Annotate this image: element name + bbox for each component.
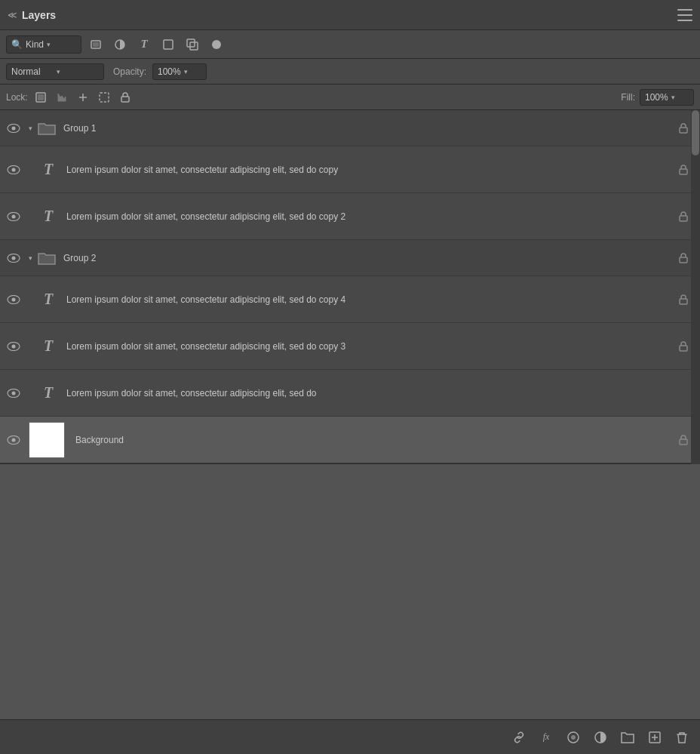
layer-name: Background xyxy=(69,435,676,445)
layer-lock-icon xyxy=(676,339,691,354)
link-layers-button[interactable] xyxy=(508,727,530,748)
scrollbar-thumb[interactable] xyxy=(692,110,699,155)
group-expand-button[interactable]: ▾ xyxy=(24,252,36,264)
svg-rect-18 xyxy=(680,169,687,174)
layer-row[interactable]: Background xyxy=(0,417,691,463)
group-folder-icon xyxy=(36,248,57,269)
svg-point-14 xyxy=(12,126,16,130)
text-layer-icon: T xyxy=(36,288,60,312)
blend-opacity-row: Normal ▾ Opacity: 100% ▾ xyxy=(0,59,700,85)
layer-visibility-button[interactable] xyxy=(3,206,24,227)
lock-all-button[interactable] xyxy=(117,89,134,106)
text-layer-icon: T xyxy=(36,158,60,182)
filter-pixel-button[interactable] xyxy=(86,35,106,54)
adjustment-layer-button[interactable] xyxy=(590,727,611,748)
layer-lock-icon xyxy=(676,292,691,307)
layer-row[interactable]: ▾Group 1 xyxy=(0,110,691,146)
layers-scrollbar[interactable] xyxy=(691,110,700,464)
layer-name: Lorem ipsum dolor sit amet, consectetur … xyxy=(60,165,676,175)
svg-rect-27 xyxy=(680,299,687,304)
layer-visibility-button[interactable] xyxy=(3,336,24,357)
layer-lock-icon xyxy=(676,432,691,448)
svg-rect-4 xyxy=(187,39,195,47)
svg-point-23 xyxy=(12,256,16,260)
layer-visibility-button[interactable] xyxy=(3,383,24,404)
blend-mode-chevron: ▾ xyxy=(57,68,99,75)
svg-point-26 xyxy=(12,297,16,301)
layer-row[interactable]: ▾Group 2 xyxy=(0,240,691,276)
svg-rect-12 xyxy=(121,97,129,102)
add-mask-button[interactable] xyxy=(563,727,584,748)
layer-name: Lorem ipsum dolor sit amet, consectetur … xyxy=(60,388,676,399)
new-layer-button[interactable] xyxy=(644,727,665,748)
filter-smart-button[interactable] xyxy=(183,35,202,54)
svg-point-34 xyxy=(12,438,16,442)
filter-kind-select[interactable]: 🔍 Kind ▾ xyxy=(6,35,81,54)
layer-thumbnail xyxy=(29,422,65,458)
layer-lock-icon xyxy=(676,162,691,177)
lock-position-button[interactable] xyxy=(75,89,91,106)
text-layer-icon: T xyxy=(36,205,60,229)
svg-rect-35 xyxy=(680,439,687,445)
collapse-arrows-icon[interactable]: ≪ xyxy=(8,10,17,20)
layer-lock-icon xyxy=(676,209,691,224)
svg-rect-5 xyxy=(190,42,198,50)
layer-visibility-button[interactable] xyxy=(3,289,24,310)
layer-row[interactable]: TLorem ipsum dolor sit amet, consectetur… xyxy=(0,146,691,193)
layer-row[interactable]: TLorem ipsum dolor sit amet, consectetur… xyxy=(0,370,691,417)
blend-mode-select[interactable]: Normal ▾ xyxy=(6,63,104,80)
filter-toolbar: 🔍 Kind ▾ T xyxy=(0,30,700,59)
layer-visibility-button[interactable] xyxy=(3,248,24,269)
layer-row[interactable]: TLorem ipsum dolor sit amet, consectetur… xyxy=(0,323,691,370)
svg-rect-1 xyxy=(93,42,99,47)
opacity-label: Opacity: xyxy=(113,66,146,77)
filter-kind-label: Kind xyxy=(26,39,44,50)
fx-button[interactable]: fx xyxy=(536,727,557,748)
delete-layer-button[interactable] xyxy=(671,727,692,748)
fill-input[interactable]: 100% ▾ xyxy=(640,89,694,106)
filter-kind-chevron: ▾ xyxy=(47,41,51,48)
layer-visibility-button[interactable] xyxy=(3,159,24,180)
filter-adjustment-button[interactable] xyxy=(110,35,130,54)
lock-fill-row: Lock: Fill: 100% ▾ xyxy=(0,85,700,110)
layers-container: ▾Group 1TLorem ipsum dolor sit amet, con… xyxy=(0,110,700,464)
new-group-button[interactable] xyxy=(617,727,638,748)
opacity-value: 100% xyxy=(158,66,181,77)
layer-name: Lorem ipsum dolor sit amet, consectetur … xyxy=(60,211,676,222)
lock-label: Lock: xyxy=(6,92,28,103)
svg-rect-30 xyxy=(680,346,687,351)
svg-rect-8 xyxy=(38,94,44,100)
svg-rect-11 xyxy=(100,93,109,102)
layer-lock-icon xyxy=(676,251,691,266)
panel-menu-button[interactable] xyxy=(677,9,692,21)
layer-visibility-button[interactable] xyxy=(3,118,24,139)
fill-value: 100% xyxy=(645,92,668,103)
layer-name: Lorem ipsum dolor sit amet, consectetur … xyxy=(60,294,676,305)
layer-row[interactable]: TLorem ipsum dolor sit amet, consectetur… xyxy=(0,276,691,323)
lock-transparent-button[interactable] xyxy=(32,89,49,106)
layer-name: Group 1 xyxy=(57,123,676,134)
svg-point-32 xyxy=(12,391,16,395)
svg-point-29 xyxy=(12,344,16,348)
lock-image-button[interactable] xyxy=(54,89,70,106)
lock-artboard-button[interactable] xyxy=(96,89,112,106)
filter-circle-button[interactable] xyxy=(207,35,226,54)
layer-lock-icon xyxy=(676,121,691,136)
panel-title: Layers xyxy=(22,9,56,21)
layers-scroll-area: ▾Group 1TLorem ipsum dolor sit amet, con… xyxy=(0,110,691,464)
filter-shape-button[interactable] xyxy=(158,35,178,54)
blend-mode-value: Normal xyxy=(11,66,54,77)
layer-name: Group 2 xyxy=(57,253,676,263)
text-layer-icon: T xyxy=(36,381,60,405)
opacity-input[interactable]: 100% ▾ xyxy=(152,63,207,80)
layer-lock-icon xyxy=(676,386,691,401)
text-layer-icon: T xyxy=(36,334,60,359)
layer-visibility-button[interactable] xyxy=(3,429,24,451)
layer-row[interactable]: TLorem ipsum dolor sit amet, consectetur… xyxy=(0,193,691,240)
group-expand-button[interactable]: ▾ xyxy=(24,122,36,134)
bottom-toolbar: fx xyxy=(0,719,700,754)
svg-rect-21 xyxy=(680,216,687,221)
fill-label: Fill: xyxy=(621,92,635,103)
filter-type-button[interactable]: T xyxy=(134,35,154,54)
svg-rect-24 xyxy=(680,257,687,263)
